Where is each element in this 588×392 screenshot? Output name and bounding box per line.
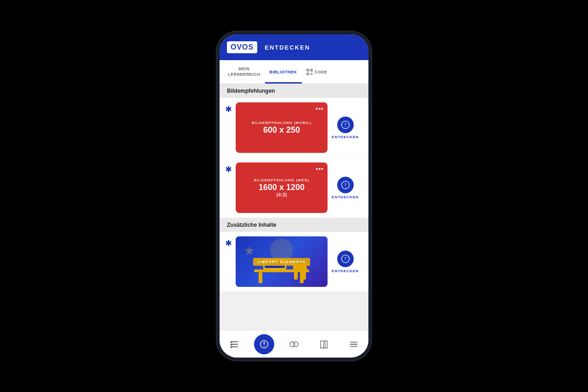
svg-point-10 [341,121,349,129]
dots-icon-web[interactable]: ••• [316,165,324,173]
svg-rect-42 [350,344,357,345]
ovos-logo: OVOS [227,41,257,53]
svg-rect-8 [310,74,311,75]
main-content: Bildempfehlungen ✱ ••• BILDEMPFEHLUNG (M… [220,84,368,330]
tab-bar: MEIN LERNBEREICH BIBLIOTHEK [220,60,368,84]
card-library-row: ✱ ••• [220,232,368,291]
star-icon-web: ✱ [225,164,232,174]
svg-rect-41 [350,342,357,342]
svg-rect-3 [311,70,312,71]
tab-mein-lernbereich[interactable]: MEIN LERNBEREICH [223,60,265,84]
star-icon-mobil: ✱ [225,104,232,114]
nav-book-button[interactable] [314,334,334,354]
card-web-label-sub: (4:3) [276,192,287,197]
bottom-padding [220,292,368,299]
svg-rect-18 [259,272,262,283]
card-web-action: ENTDECKEN [328,177,363,199]
bottom-nav [220,330,368,358]
card-library-action: ENTDECKEN [328,251,363,273]
entdecken-label-library: ENTDECKEN [332,269,359,273]
card-web-label-big: 1600 x 1200 [259,183,305,192]
entdecken-label-web: ENTDECKEN [332,195,359,199]
compass-button-web[interactable] [337,177,354,193]
list-icon [229,339,239,349]
nav-compass-button[interactable] [254,334,274,354]
svg-marker-12 [345,125,346,127]
svg-point-27 [341,255,349,263]
dots-icon-mobil[interactable]: ••• [316,105,324,112]
svg-rect-35 [231,346,232,348]
svg-rect-6 [310,73,311,73]
compass-icon-web [341,180,350,190]
svg-marker-29 [345,259,346,261]
book-icon [319,339,329,349]
svg-rect-5 [307,73,308,74]
nav-list-button[interactable] [224,334,244,354]
tab-bibliothek[interactable]: BIBLIOTHEK [265,60,302,84]
svg-marker-28 [345,257,346,259]
svg-rect-7 [311,73,312,73]
card-mobil-label-big: 600 x 250 [263,126,300,135]
card-web-image[interactable]: ••• BILDEMPFEHLUNG (WEB) 1600 x 1200 (4:… [236,162,328,213]
entdecken-label-mobil: ENTDECKEN [332,135,359,139]
svg-rect-23 [302,270,306,280]
compass-nav-icon [259,339,269,349]
menu-icon [349,339,359,349]
star-icon-library: ✱ [225,238,232,248]
split-icon [289,339,299,349]
header-title: ENTDECKEN [265,44,310,51]
card-mobil-image[interactable]: ••• BILDEMPFEHLUNG (MOBIL) 600 x 250 [236,102,328,153]
card-mobil-action: ENTDECKEN [328,117,363,139]
qr-icon [306,69,313,75]
card-mobil-label-small: BILDEMPFEHLUNG (MOBIL) [252,121,311,125]
card-library-image[interactable]: ••• [236,236,328,287]
svg-marker-26 [245,246,254,255]
nav-split-button[interactable] [284,334,304,354]
svg-rect-1 [307,70,308,71]
phone-screen: OVOS ENTDECKEN MEIN LERNBEREICH BIBLIOTH… [220,34,368,358]
svg-rect-43 [350,346,357,347]
nav-menu-button[interactable] [344,334,364,354]
svg-rect-21 [293,266,307,270]
tab-code[interactable]: CODE [302,60,332,84]
svg-marker-11 [345,123,346,125]
svg-marker-14 [345,183,346,185]
compass-button-mobil[interactable] [337,117,354,133]
svg-point-40 [293,342,298,347]
svg-marker-37 [263,341,266,344]
library-label: LIBRARY ELEMENTS [253,258,311,266]
svg-rect-33 [231,341,232,343]
svg-rect-22 [294,270,298,280]
phone-device: OVOS ENTDECKEN MEIN LERNBEREICH BIBLIOTH… [216,31,372,361]
compass-icon-mobil [341,120,350,129]
compass-button-library[interactable] [337,251,354,267]
card-mobil-row: ✱ ••• BILDEMPFEHLUNG (MOBIL) 600 x 250 E [220,98,368,157]
svg-rect-9 [311,74,312,75]
svg-marker-15 [345,185,346,187]
library-scene: LIBRARY ELEMENTS [236,236,328,287]
section-bildempfehlungen-header: Bildempfehlungen [220,84,368,98]
compass-icon-library [341,254,350,263]
card-web-label-small: BILDEMPFEHLUNG (WEB) [254,178,310,182]
svg-rect-34 [231,344,232,346]
svg-point-13 [341,181,349,189]
section-zusaetzliche-header: Zusätzliche Inhalte [220,218,368,232]
card-web-row: ✱ ••• BILDEMPFEHLUNG (WEB) 1600 x 1200 (… [220,158,368,218]
svg-marker-38 [263,344,266,347]
app-header: OVOS ENTDECKEN [220,34,368,60]
